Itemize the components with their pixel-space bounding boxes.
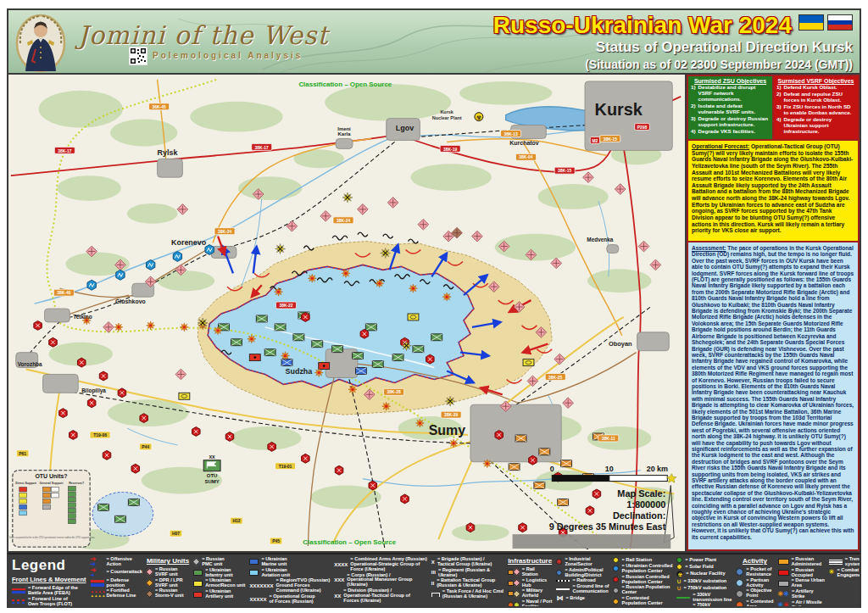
city-label-medvenka: Medvenka xyxy=(587,237,614,242)
road-shield: T19-01 xyxy=(275,463,296,470)
legend-item: = Naval / Port Facility xyxy=(508,599,553,608)
legend-item: = Rail Station xyxy=(508,567,553,577)
bridge-icon: ⋈ xyxy=(556,595,563,602)
artillery-strike-icon xyxy=(348,385,357,393)
artillery-strike-icon xyxy=(281,352,290,360)
legend-item: XXXXXXX= Region/TVO (Russian) Ground For… xyxy=(249,578,330,593)
legend-item-label: = Power Plant xyxy=(685,558,716,563)
page: Jomini of the West Polemological Analysi… xyxy=(0,0,868,613)
air-missile-strike-icon xyxy=(529,455,537,465)
legend-title: Legend xyxy=(12,557,86,574)
arty-strike-icon: ✳✳ xyxy=(778,591,789,598)
line330-icon xyxy=(676,597,690,599)
legend-item: = Ukrainian Marine unit xyxy=(249,557,330,567)
legend-item: = Trench system xyxy=(829,557,861,567)
scale-bar xyxy=(552,474,676,483)
line750-icon xyxy=(676,607,690,608)
road-shield: 38K-15 xyxy=(600,135,620,142)
road-shield: 38K-24 xyxy=(214,228,235,235)
svg-text:XX: XX xyxy=(209,454,215,460)
ua-marine-icon xyxy=(249,559,259,565)
legend-item: = Solar Field xyxy=(676,564,732,570)
road-shield: P61 xyxy=(16,450,28,457)
objective-item: 4)Degrade or destroy Ukrainian support i… xyxy=(776,117,855,135)
vsrf-objectives-box: Surmised VSRF Objectives 1)Defend Kursk … xyxy=(774,76,858,139)
legend-item: = Ukrainian Controlled Population Center xyxy=(613,564,672,574)
ukrainian-sup-unit xyxy=(539,449,550,455)
map[interactable]: XXOTUSUMY 38K-1738K-1738K-1938K-15M2P298… xyxy=(7,75,687,553)
legend-item-label: = Rail Station xyxy=(522,567,538,577)
ru-ctl-pop-icon xyxy=(613,577,619,582)
urban-area-bilopillya xyxy=(43,374,79,393)
otu-inset-title: OTU Units? xyxy=(35,473,67,479)
partisan-icon xyxy=(736,579,743,587)
legend-item-label: = Air / Missile Strike xyxy=(792,600,822,608)
echelon-xxxxxxx-icon: XXXXXXX xyxy=(249,583,273,588)
svg-text:H07: H07 xyxy=(172,532,180,536)
combat-engagement-icon xyxy=(445,396,455,406)
legend-item: = Contested Population Center xyxy=(613,596,672,606)
page-subtitle: Status of Operational Direction Kursk xyxy=(493,39,853,56)
otu-inset-unit-icon xyxy=(68,492,75,496)
ukrainian-inf-unit xyxy=(128,499,139,505)
echelon-xxxxx-icon: XXXXX xyxy=(249,597,266,602)
feba-icon xyxy=(12,588,25,593)
stormv-icon xyxy=(147,591,153,597)
brand-title: Jomini of the West xyxy=(78,20,329,50)
legend-item-label: = Region/TVO (Russian) Ground Forces Com… xyxy=(275,578,330,593)
city-label-sudzha: Sudzha xyxy=(286,367,314,376)
legend-group: X= Brigade (Russian) / Tactical Group (U… xyxy=(431,557,504,599)
legend-item: ✳✳= Air / Missile Strike xyxy=(778,600,825,608)
combat-engagement-icon xyxy=(275,244,286,254)
legend-section-title: Activity xyxy=(736,557,773,565)
road-shield: H07 xyxy=(170,530,181,537)
artillery-strike-icon xyxy=(180,323,188,332)
legend-item: = Russian Storm-V unit xyxy=(147,588,189,599)
flot-icon xyxy=(12,599,25,604)
ru-pop-icon xyxy=(613,588,619,593)
artillery-strike-icon xyxy=(314,369,323,377)
map-scale-text: 1:800000 xyxy=(626,499,665,510)
road-shield: 38K-13 xyxy=(501,131,521,137)
rail-dot-icon xyxy=(613,557,619,563)
urban-area-rylsk xyxy=(158,159,183,177)
legend-item-label: = Ukrainian Artillery unit xyxy=(205,589,233,599)
legend-item: = Russian SVRF unit xyxy=(147,567,189,577)
road-shield: P298 xyxy=(635,124,650,131)
legend-item-label: = 750kV substation xyxy=(683,586,726,591)
objective-item: 1)Defend Kursk Oblast. xyxy=(776,85,855,91)
legend-item-label: = Naval / Port Facility xyxy=(522,599,553,608)
legend-item: = Rail Station xyxy=(613,557,672,563)
artillery-strike-icon xyxy=(409,284,417,293)
legend-item-label: = Bridge xyxy=(565,596,585,601)
legend-item-label: = Operational Group of Forces (Russian) xyxy=(269,594,314,605)
map-svg[interactable]: XXOTUSUMY 38K-1738K-1738K-1938K-15M2P298… xyxy=(8,75,685,549)
industrial-icon xyxy=(556,559,562,565)
russia-flag-icon xyxy=(827,14,853,31)
road-shield: 38K-24 xyxy=(333,217,353,224)
legend-item: = Forward Line of Own Troops (FLOT) xyxy=(12,597,86,607)
otu-inset-footnote: * Units suspected to be in the OTU opera… xyxy=(8,536,95,539)
legend-item-label: = 330kV substation xyxy=(683,579,726,584)
offensive-icon: ➔➔ xyxy=(91,557,104,566)
artillery-strike-icon xyxy=(308,274,316,282)
ukrainian-inf-unit xyxy=(332,346,343,353)
mil-air-icon xyxy=(508,591,520,597)
legend-item-label: = Nuclear Facility xyxy=(686,571,725,577)
otu-inset-unit-icon xyxy=(68,487,75,491)
legend-item-label: = Forward Edge of the Battle Area (FEBA) xyxy=(28,586,78,596)
legend-item: X= Brigade (Russian) / Tactical Group (U… xyxy=(431,557,504,567)
legend-item: = Ukrainian Artillery unit xyxy=(193,589,245,599)
bridge-destroyed-icon xyxy=(87,280,96,290)
urban-area-medvenka xyxy=(607,245,619,254)
legend-item: = 750kV transmission line xyxy=(676,603,732,608)
legend-item-label: = DPR / LPR SVRF unit xyxy=(155,578,182,588)
city-label-karla: Karla xyxy=(338,131,352,137)
ukrainian-sup-unit xyxy=(534,482,545,489)
legend-item-label: = Battalion Tactical Group (Russian & Uk… xyxy=(437,578,495,588)
road-shield: 38K-17 xyxy=(54,147,75,153)
scale-tick-label: 10 xyxy=(605,465,614,473)
combat-engagement-icon xyxy=(342,192,353,203)
legend-item: = Forward Edge of the Battle Area (FEBA) xyxy=(12,586,86,596)
assessment-box: Assessment: The pace of operations in th… xyxy=(688,242,858,549)
